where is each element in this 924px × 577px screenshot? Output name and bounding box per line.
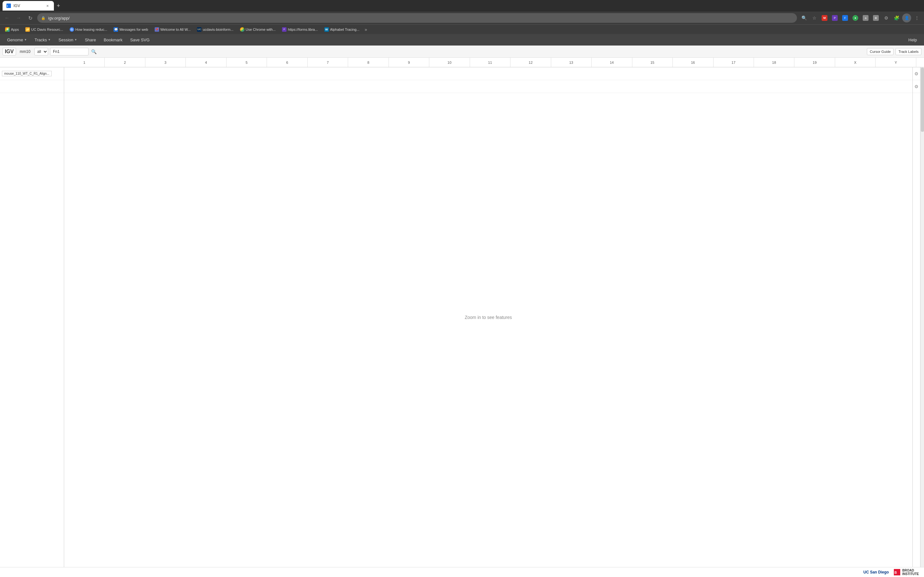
extension-blue-icon[interactable]: F xyxy=(841,13,850,23)
track-labels-button[interactable]: Track Labels xyxy=(895,48,921,55)
igv-menubar: Genome ▼ Tracks ▼ Session ▼ Share Bookma… xyxy=(0,34,924,45)
genome-menu[interactable]: Genome ▼ xyxy=(4,36,30,44)
scrollbar[interactable] xyxy=(920,67,924,567)
forward-button[interactable]: → xyxy=(14,13,23,23)
chrom-x[interactable]: X xyxy=(835,58,876,67)
igv-footer: UC San Diego B BROADINSTITUTE xyxy=(0,567,924,577)
genome-menu-label: Genome xyxy=(7,37,23,42)
extension-pocket-icon[interactable]: P xyxy=(830,13,839,23)
chrom-19[interactable]: 19 xyxy=(795,58,835,67)
profile-icon[interactable]: 👤 xyxy=(902,13,911,23)
messages-favicon-icon: 💬 xyxy=(113,27,118,32)
bookmark-ucdavis-bioinform[interactable]: UC ucdavis-bioinform... xyxy=(194,27,236,32)
chrom-3[interactable]: 3 xyxy=(145,58,186,67)
chrom-9[interactable]: 9 xyxy=(389,58,429,67)
new-tab-button[interactable]: + xyxy=(54,1,63,10)
cursor-guide-button[interactable]: Cursor Guide xyxy=(867,48,893,55)
welcome-favicon-icon: 📌 xyxy=(155,27,159,32)
track-row-1 xyxy=(64,80,913,93)
chrom-14[interactable]: 14 xyxy=(591,58,632,67)
bookmark-apps-label: Apps xyxy=(11,27,19,31)
search-input[interactable] xyxy=(50,48,89,55)
chrom-5[interactable]: 5 xyxy=(226,58,267,67)
active-tab[interactable]: I IGV ✕ xyxy=(3,1,54,11)
zoom-message: Zoom in to see features xyxy=(465,315,512,320)
ucdavis-favicon-icon: UC xyxy=(197,27,202,32)
chrom-16[interactable]: 16 xyxy=(673,58,713,67)
footer-broad-logo: B BROADINSTITUTE xyxy=(894,569,919,576)
chrom-10[interactable]: 10 xyxy=(429,58,470,67)
tab-title: IGV xyxy=(13,3,42,8)
apps-favicon-icon: ⊞ xyxy=(5,27,10,32)
search-icon[interactable]: 🔍 xyxy=(800,13,809,23)
chrome-favicon-icon: ⊙ xyxy=(240,27,244,32)
ruler-scrollbar-space xyxy=(916,58,924,67)
track-gear-button-1[interactable]: ⚙ xyxy=(913,80,920,93)
session-menu-label: Session xyxy=(58,37,73,42)
forms-favicon-icon: F xyxy=(282,27,286,32)
track-row-0 xyxy=(64,67,913,80)
bookmark-chrome[interactable]: ⊙ Use Chrome with... xyxy=(237,27,278,32)
extension-green-icon[interactable]: ● xyxy=(851,13,860,23)
scrollbar-thumb[interactable] xyxy=(921,68,924,132)
chrom-y[interactable]: Y xyxy=(876,58,916,67)
ext-gray2: ⊕ xyxy=(873,15,879,21)
bookmark-ucdavis-folder[interactable]: 📁 UC Davis Resourc... xyxy=(23,27,66,32)
chrom-11[interactable]: 11 xyxy=(470,58,510,67)
save-svg-menu[interactable]: Save SVG xyxy=(127,36,153,44)
extension-gray2-icon[interactable]: ⊕ xyxy=(871,13,880,23)
bookmark-messages-label: Messages for web xyxy=(120,27,148,31)
chrom-2[interactable]: 2 xyxy=(105,58,145,67)
url-bar[interactable]: 🔒 igv.org/app/ xyxy=(37,13,797,23)
chrom-6[interactable]: 6 xyxy=(267,58,307,67)
broad-logo-icon: B xyxy=(894,569,900,575)
chrom-8[interactable]: 8 xyxy=(348,58,389,67)
footer-broad-text: BROADINSTITUTE xyxy=(902,569,919,576)
session-menu[interactable]: Session ▼ xyxy=(55,36,80,44)
chrom-15[interactable]: 15 xyxy=(632,58,673,67)
chrom-7[interactable]: 7 xyxy=(308,58,348,67)
bookmark-alphabet[interactable]: W Alphabet Tracing... xyxy=(322,27,362,32)
ext-red: M xyxy=(822,15,827,21)
more-menu-icon[interactable]: ⋮ xyxy=(913,13,921,23)
igv-logo: IGV xyxy=(3,48,16,55)
bookmark-welcome-label: Welcome to All W... xyxy=(160,27,191,31)
track-label-0: mouse_110_WT_C_R1_Align... xyxy=(0,67,64,80)
track-gear-button-0[interactable]: ⚙ xyxy=(913,67,920,80)
puzzle-icon[interactable]: 🧩 xyxy=(892,13,901,23)
tracks-arrow-icon: ▼ xyxy=(48,38,51,41)
chrom-1[interactable]: 1 xyxy=(64,58,105,67)
back-button[interactable]: ← xyxy=(3,13,11,23)
bookmark-forms[interactable]: F https://forms.libra... xyxy=(279,27,320,32)
chromosome-select[interactable]: all 1 2 X Y xyxy=(34,48,48,55)
share-menu[interactable]: Share xyxy=(81,36,99,44)
bookmark-messages[interactable]: 💬 Messages for web xyxy=(111,27,150,32)
bookmark-how-leasing[interactable]: G How leasing reduc... xyxy=(67,27,110,32)
tracks-menu[interactable]: Tracks ▼ xyxy=(31,36,54,44)
footer-ucsd-logo: UC San Diego xyxy=(863,570,889,574)
more-bookmarks-button[interactable]: » xyxy=(363,26,368,33)
chrom-4[interactable]: 4 xyxy=(186,58,226,67)
bookmark-welcome[interactable]: 📌 Welcome to All W... xyxy=(152,27,194,32)
chrom-17[interactable]: 17 xyxy=(714,58,754,67)
chrom-13[interactable]: 13 xyxy=(551,58,591,67)
extension-red-icon[interactable]: M xyxy=(820,13,829,23)
tab-close-button[interactable]: ✕ xyxy=(45,3,50,8)
bookmark-star-icon[interactable]: ☆ xyxy=(810,13,819,23)
chrom-12[interactable]: 12 xyxy=(510,58,551,67)
help-button[interactable]: Help xyxy=(905,36,920,44)
igv-toolbar: IGV mm10 all 1 2 X Y 🔍 Cursor Guide Trac… xyxy=(0,45,924,58)
extensions-button[interactable]: ⚙ xyxy=(882,13,891,23)
search-button[interactable]: 🔍 xyxy=(90,48,97,55)
bookmark-ucdavis-label: ucdavis-bioinform... xyxy=(203,27,233,31)
svg-text:B: B xyxy=(895,571,897,574)
extension-gray1-icon[interactable]: a xyxy=(861,13,870,23)
igv-favicon-icon: I xyxy=(6,3,11,8)
bookmark-folder-label: UC Davis Resourc... xyxy=(31,27,63,31)
chrom-18[interactable]: 18 xyxy=(754,58,795,67)
footer-ucsd-text: UC San Diego xyxy=(863,570,889,574)
reload-button[interactable]: ↻ xyxy=(26,13,35,23)
tab-favicon: I xyxy=(6,3,11,8)
bookmark-apps[interactable]: ⊞ Apps xyxy=(3,27,21,32)
bookmark-menu[interactable]: Bookmark xyxy=(100,36,126,44)
